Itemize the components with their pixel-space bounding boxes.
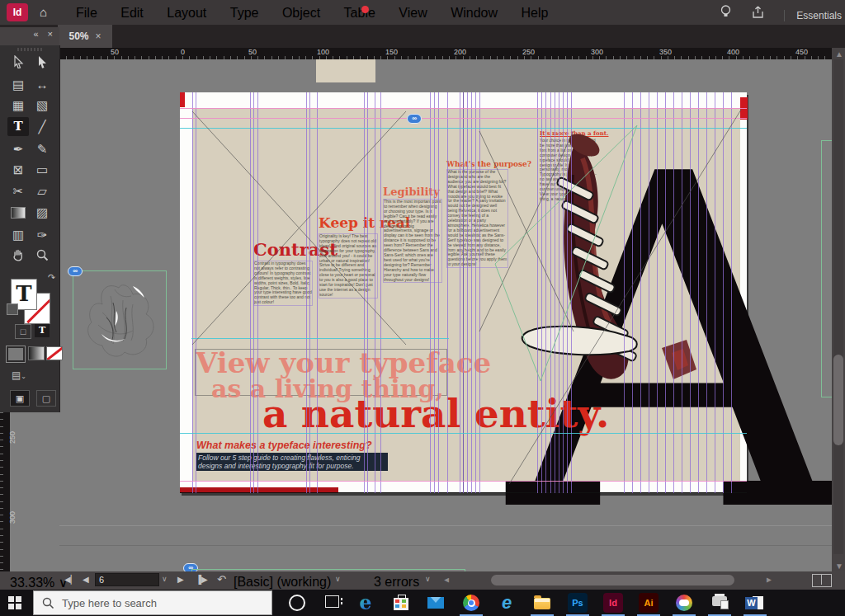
zoom-level-dropdown[interactable]: 33.33% ∨: [10, 575, 68, 590]
scissors-tool[interactable]: ✂: [7, 181, 29, 200]
menu-view[interactable]: View: [389, 0, 437, 26]
chevron-down-icon[interactable]: ∨: [335, 575, 341, 583]
indesign-icon[interactable]: Id: [603, 593, 623, 613]
ruler-tick: 250: [522, 48, 535, 56]
vertical-scroll-thumb[interactable]: [833, 355, 843, 445]
file-explorer-icon[interactable]: [532, 593, 552, 613]
word-icon[interactable]: W: [745, 593, 765, 613]
menu-layout[interactable]: Layout: [157, 0, 216, 26]
screen-mode-preview-button[interactable]: ▢: [36, 390, 56, 407]
store-icon[interactable]: [391, 593, 411, 613]
history-icon[interactable]: ↶: [217, 573, 226, 585]
gap-tool[interactable]: ↔: [31, 75, 53, 94]
menu-edit[interactable]: Edit: [111, 0, 153, 26]
eyedropper-tool[interactable]: ✑: [31, 225, 53, 244]
view-options-button[interactable]: ▤⌄: [12, 369, 30, 383]
swap-fill-stroke-icon[interactable]: ↷: [48, 272, 55, 283]
preflight-errors-label[interactable]: 3 errors: [374, 575, 419, 590]
apply-color-button[interactable]: [7, 346, 25, 362]
type-tool[interactable]: T: [7, 117, 29, 136]
scroll-up-icon[interactable]: ▲: [835, 49, 843, 59]
content-placer-tool[interactable]: ▧: [31, 96, 53, 115]
horizontal-ruler[interactable]: 50 0 50 100 150 200 250 300 350 400 450: [59, 48, 832, 59]
scroll-right-icon[interactable]: ▲: [765, 576, 774, 585]
default-fill-stroke-icon[interactable]: [7, 303, 18, 315]
ruler-tick: 150: [385, 48, 398, 56]
ruler-tick: 0: [181, 48, 185, 56]
menu-type[interactable]: Type: [220, 0, 269, 26]
tab-close-icon[interactable]: ×: [96, 31, 101, 42]
page-list-chevron-icon[interactable]: ∨: [162, 575, 168, 583]
ruler-tick: 200: [454, 48, 466, 56]
horizontal-scroll-thumb[interactable]: [491, 575, 734, 585]
screen-mode-normal-button[interactable]: ▣: [10, 390, 30, 407]
chrome-icon[interactable]: [461, 593, 481, 613]
link-badge-icon[interactable]: ∞: [407, 114, 422, 124]
apply-gradient-button[interactable]: [28, 346, 45, 360]
ruler-tick: 50: [248, 48, 257, 56]
panel-close-icon[interactable]: ×: [48, 29, 53, 39]
chevron-down-icon[interactable]: ∨: [425, 575, 431, 583]
last-page-button[interactable]: ▐▶: [196, 575, 208, 584]
scroll-down-icon[interactable]: ▼: [835, 562, 843, 571]
apply-none-button[interactable]: [46, 346, 63, 360]
formatting-affects-container-button[interactable]: □: [15, 324, 31, 339]
menu-window[interactable]: Window: [441, 0, 507, 26]
vertical-ruler[interactable]: 250 300: [0, 412, 10, 571]
free-transform-tool[interactable]: ▱: [31, 181, 53, 200]
spread-view-toggle[interactable]: [812, 574, 832, 587]
home-icon[interactable]: ⌂: [40, 5, 47, 19]
preflight-profile-dropdown[interactable]: [Basic] (working): [234, 575, 331, 590]
start-button[interactable]: [8, 596, 21, 609]
share-icon[interactable]: [752, 6, 764, 21]
document-tab-label: 50%: [68, 31, 88, 42]
gradient-swatch-tool[interactable]: [7, 203, 29, 222]
page-tool[interactable]: ▤: [7, 75, 29, 94]
task-view-icon[interactable]: [322, 593, 342, 613]
menu-object[interactable]: Object: [272, 0, 330, 26]
content-collector-tool[interactable]: ▦: [7, 96, 29, 115]
zoom-tool[interactable]: [31, 247, 53, 266]
menu-table[interactable]: Table: [334, 0, 385, 26]
menu-file[interactable]: File: [66, 0, 107, 26]
first-page-button[interactable]: ◀▏: [64, 575, 77, 584]
photoshop-icon[interactable]: Ps: [568, 593, 588, 613]
vertical-scroll-track[interactable]: [833, 59, 843, 554]
formatting-affects-text-button[interactable]: T: [35, 324, 50, 337]
note-tool[interactable]: ▥: [7, 225, 29, 244]
internet-explorer-icon[interactable]: e: [497, 593, 517, 613]
taskbar-search-input[interactable]: Type here to search: [33, 590, 272, 615]
direct-selection-tool[interactable]: [7, 54, 29, 73]
pen-tool[interactable]: ✒: [7, 139, 29, 158]
print-3d-icon[interactable]: [710, 593, 729, 613]
ruler-tick: 400: [727, 48, 739, 56]
selection-tool[interactable]: [31, 54, 53, 73]
topbar-right: Essentials: [712, 0, 845, 25]
next-page-button[interactable]: ▶: [177, 575, 184, 584]
rectangle-frame-tool[interactable]: ⊠: [7, 160, 29, 179]
creative-cloud-icon[interactable]: [674, 593, 694, 613]
gradient-feather-tool[interactable]: ▨: [31, 203, 53, 222]
indesign-logo[interactable]: Id: [7, 3, 28, 21]
page-number-field[interactable]: [95, 573, 159, 586]
document-tab[interactable]: 50%×: [58, 25, 112, 48]
menu-items: File Edit Layout Type Object Table View …: [66, 0, 558, 26]
rectangle-tool[interactable]: ▭: [31, 160, 53, 179]
preflight-profile-value: [Basic] (working): [234, 575, 331, 589]
line-tool[interactable]: ╱: [31, 117, 53, 136]
panel-collapse-icon[interactable]: «: [33, 29, 38, 39]
edge-icon[interactable]: e: [356, 593, 375, 613]
mail-icon[interactable]: [426, 593, 446, 613]
lightbulb-icon[interactable]: [720, 5, 731, 21]
cortana-icon[interactable]: [287, 593, 307, 613]
pencil-tool[interactable]: ✎: [31, 139, 53, 158]
illustrator-icon[interactable]: Ai: [639, 593, 659, 613]
workspace-switcher[interactable]: Essentials: [784, 10, 842, 21]
previous-page-button[interactable]: ◀: [83, 575, 89, 584]
menu-help[interactable]: Help: [512, 0, 559, 26]
scroll-left-icon[interactable]: ▲: [441, 576, 451, 585]
document-canvas[interactable]: ∞ A Contrast Contrast in typography does…: [59, 59, 832, 571]
linked-frame-partial[interactable]: [821, 140, 832, 397]
tools-panel-header: « ×: [0, 27, 59, 45]
hand-tool[interactable]: [7, 247, 29, 266]
